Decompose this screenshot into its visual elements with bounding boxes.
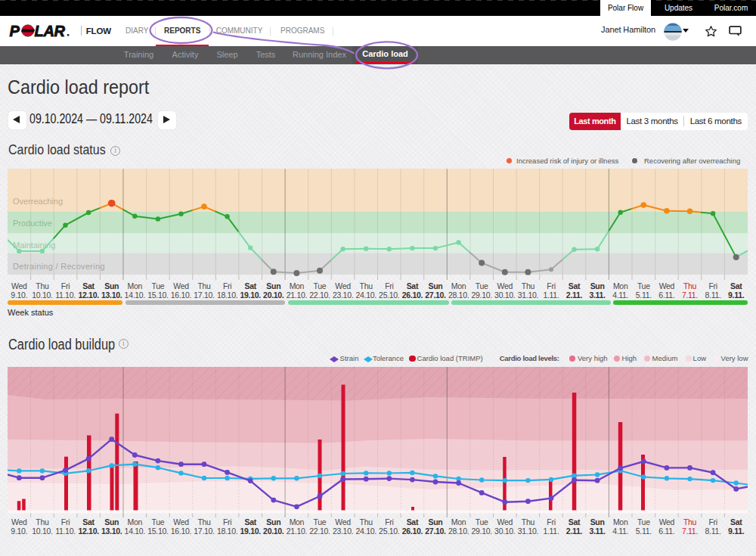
svg-text:Maintaining: Maintaining (13, 240, 55, 249)
svg-text:Overreaching: Overreaching (13, 197, 63, 206)
svg-text:Productive: Productive (13, 219, 52, 228)
svg-text:Detraining / Recovering: Detraining / Recovering (13, 261, 105, 270)
